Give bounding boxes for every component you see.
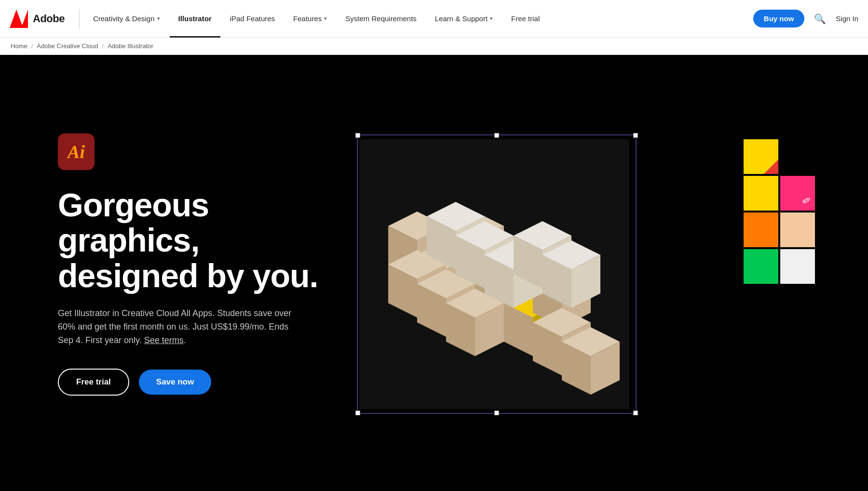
- swatch-peach: [780, 212, 815, 247]
- breadcrumb-sep: /: [31, 42, 33, 50]
- hero-headline: Gorgeous graphics, designed by you.: [58, 187, 328, 293]
- nav-features[interactable]: Features ▾: [285, 0, 336, 38]
- hero-section: Ai Gorgeous graphics, designed by you. G…: [0, 55, 868, 474]
- canvas-handle-bottommid: [494, 411, 499, 415]
- breadcrumb: Home / Adobe Creative Cloud / Adobe Illu…: [0, 38, 868, 55]
- save-now-button[interactable]: Save now: [139, 370, 211, 395]
- canvas-handle-bottomleft: [355, 411, 360, 415]
- swatch-orange: [744, 212, 778, 247]
- svg-marker-1: [21, 10, 28, 28]
- breadcrumb-creative-cloud[interactable]: Adobe Creative Cloud: [37, 42, 98, 50]
- adobe-wordmark: Adobe: [33, 13, 65, 25]
- color-swatches-panel: [744, 139, 815, 284]
- hero-visual: [328, 120, 810, 409]
- swatch-yellow-large: [744, 176, 778, 211]
- swatch-yellow: [744, 139, 778, 174]
- free-trial-button[interactable]: Free trial: [58, 369, 129, 396]
- swatch-empty: [780, 139, 815, 174]
- nav-system-requirements[interactable]: System Requirements: [337, 0, 425, 38]
- hero-content: Ai Gorgeous graphics, designed by you. G…: [58, 133, 328, 396]
- adobe-logo[interactable]: Adobe: [10, 10, 65, 28]
- illustrator-app-icon: Ai: [58, 133, 95, 170]
- canvas-handle-topleft: [355, 133, 360, 138]
- adobe-logo-icon: [10, 10, 28, 28]
- nav-creativity-design[interactable]: Creativity & Design ▾: [84, 0, 169, 38]
- nav-free-trial[interactable]: Free trial: [502, 0, 548, 38]
- svg-marker-0: [10, 10, 23, 28]
- canvas-handle-bottomright: [633, 411, 638, 415]
- search-icon[interactable]: 🔍: [814, 13, 826, 25]
- swatch-magenta: [780, 176, 815, 211]
- swatch-white: [780, 249, 815, 284]
- buy-now-button[interactable]: Buy now: [753, 10, 805, 27]
- chevron-down-icon: ▾: [157, 15, 160, 22]
- hero-subtext: Get Illustrator in Creative Cloud All Ap…: [58, 307, 299, 347]
- hero-buttons: Free trial Save now: [58, 369, 328, 396]
- nav-ipad-features[interactable]: iPad Features: [221, 0, 284, 38]
- sign-in-button[interactable]: Sign In: [836, 14, 858, 23]
- canvas-handle-topright: [633, 133, 638, 138]
- canvas-handle-topmid: [494, 133, 499, 138]
- breadcrumb-sep-2: /: [102, 42, 104, 50]
- swatch-green: [744, 249, 778, 284]
- breadcrumb-current: Adobe Illustrator: [108, 42, 153, 50]
- chevron-down-icon: ▾: [490, 15, 493, 22]
- see-terms-link[interactable]: See terms: [144, 335, 184, 345]
- nav-learn-support[interactable]: Learn & Support ▾: [426, 0, 502, 38]
- nav-right: Buy now 🔍 Sign In: [753, 10, 858, 27]
- chevron-down-icon: ▾: [324, 15, 327, 22]
- hero-3d-text-illustration: [359, 139, 629, 409]
- main-nav: Adobe Creativity & Design ▾ Illustrator …: [0, 0, 868, 38]
- breadcrumb-home[interactable]: Home: [11, 42, 27, 50]
- nav-items: Creativity & Design ▾ Illustrator iPad F…: [84, 0, 753, 38]
- nav-illustrator[interactable]: Illustrator: [170, 0, 220, 38]
- nav-divider: [79, 9, 80, 28]
